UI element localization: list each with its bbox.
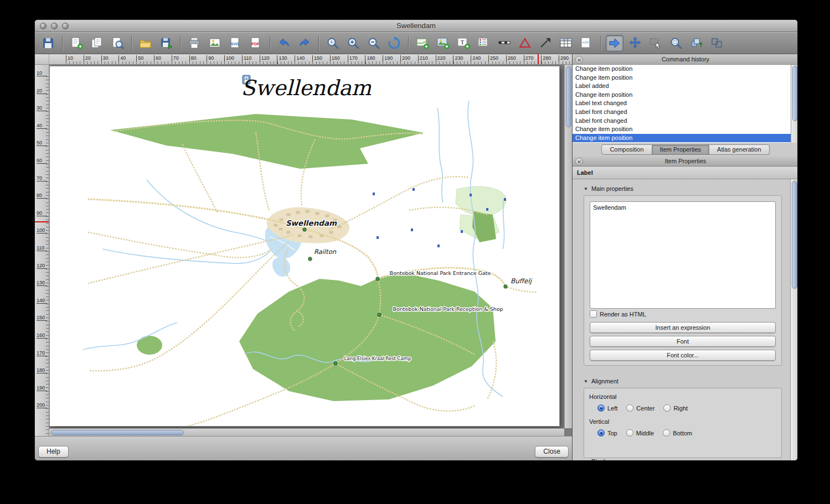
command-history-scrollbar[interactable] <box>791 65 798 143</box>
scrollbar-thumb[interactable] <box>51 430 184 435</box>
titlebar[interactable]: Swellendam <box>35 20 797 32</box>
close-dock-icon[interactable]: ✕ <box>575 56 583 64</box>
command-history-item[interactable]: Label font changed <box>573 108 791 117</box>
ruler-corner <box>35 54 49 65</box>
vertical-middle-radio[interactable]: Middle <box>626 429 654 437</box>
add-scalebar-button[interactable] <box>496 35 513 51</box>
radio-icon <box>663 404 671 412</box>
add-attribute-table-button[interactable] <box>557 35 575 51</box>
title-label-item[interactable]: Swellendam <box>241 75 372 100</box>
new-composition-button[interactable] <box>68 35 85 51</box>
zoom-out-button[interactable] <box>365 35 383 51</box>
label-text-area[interactable]: Swellendam <box>590 201 776 309</box>
section-alignment[interactable]: ▼ Alignment <box>584 377 618 385</box>
insert-expression-button[interactable]: Insert an expression <box>590 322 776 333</box>
composer-window: Swellendam SVGPDFT</> 102030405060708090… <box>34 19 798 461</box>
ruler-v-label: 110 <box>37 245 47 251</box>
scrollbar-thumb[interactable] <box>792 181 797 289</box>
ruler-h-label: 150 <box>312 55 322 65</box>
tab-composition[interactable]: Composition <box>601 144 652 155</box>
redo-button[interactable] <box>296 35 313 51</box>
add-label-button[interactable]: T <box>455 35 472 51</box>
command-history-item[interactable]: Change item position <box>573 125 791 134</box>
ruler-h-label: 280 <box>541 55 551 65</box>
ruler-h-label: 220 <box>436 55 446 65</box>
zoom-full-button[interactable] <box>324 35 342 51</box>
composition-manager-button[interactable] <box>109 35 126 51</box>
canvas-horizontal-scrollbar[interactable] <box>49 428 564 436</box>
raise-selected-items-button[interactable] <box>688 35 705 51</box>
print-button[interactable] <box>185 35 203 51</box>
checkbox-icon[interactable] <box>590 310 597 318</box>
command-history-item[interactable]: Change item position <box>573 134 791 143</box>
command-history-header: ✕ Command history <box>573 54 798 65</box>
command-history-item[interactable]: Change item position <box>573 91 791 100</box>
command-history-item[interactable]: Label text changed <box>573 99 791 108</box>
select-move-item-button[interactable] <box>606 35 623 51</box>
undo-button[interactable] <box>275 35 293 51</box>
panel-scrollbar[interactable] <box>790 179 798 461</box>
refresh-view-button[interactable] <box>385 35 403 51</box>
horizontal-left-radio[interactable]: Left <box>597 404 617 412</box>
svg-text:</>: </> <box>582 40 589 45</box>
add-arrow-button[interactable] <box>537 35 554 51</box>
command-history-item[interactable]: Label font changed <box>573 117 791 126</box>
ruler-v-label: 50 <box>37 140 47 146</box>
horizontal-center-radio[interactable]: Center <box>626 404 654 412</box>
select-items-button[interactable] <box>647 35 664 51</box>
save-project-button[interactable] <box>39 35 57 51</box>
save-as-template-button[interactable] <box>157 35 175 51</box>
canvas-vertical-scrollbar[interactable] <box>564 65 572 428</box>
font-color-button[interactable]: Font color... <box>590 350 776 361</box>
command-history-item[interactable]: Label added <box>573 82 791 91</box>
ruler-h-label: 190 <box>383 55 393 65</box>
add-html-frame-button[interactable]: </> <box>578 35 595 51</box>
alignment-group: Horizontal LeftCenterRight Vertical TopM… <box>584 388 782 458</box>
tab-item-properties[interactable]: Item Properties <box>652 144 710 155</box>
add-legend-button[interactable] <box>475 35 493 51</box>
close-window-icon[interactable] <box>40 23 47 29</box>
vertical-top-radio[interactable]: Top <box>597 429 617 437</box>
export-as-image-button[interactable] <box>206 35 224 51</box>
add-basic-shape-button[interactable] <box>516 35 534 51</box>
radio-icon <box>626 404 633 412</box>
load-from-template-button[interactable] <box>137 35 154 51</box>
composer-canvas[interactable]: Swellendam Railton Bontebok National Par… <box>49 65 572 436</box>
command-history-item[interactable]: Change item position <box>573 74 791 82</box>
item-properties-header: ✕ Item Properties <box>573 156 798 167</box>
minimize-window-icon[interactable] <box>51 23 58 29</box>
section-display[interactable]: ▼ Display <box>584 458 611 461</box>
zoom-window-icon[interactable] <box>62 23 69 29</box>
command-history-list[interactable]: Change item positionChange item position… <box>573 65 791 143</box>
scrollbar-thumb[interactable] <box>792 66 798 121</box>
duplicate-composition-button[interactable] <box>88 35 106 51</box>
export-as-svg-button[interactable]: SVG <box>226 35 244 51</box>
zoom-in-button[interactable] <box>344 35 362 51</box>
map-item[interactable]: Swellendam Railton Bontebok National Par… <box>50 66 559 426</box>
scrollbar-thumb[interactable] <box>566 66 571 127</box>
ruler-v-label: 120 <box>37 263 47 269</box>
render-as-html-row[interactable]: Render as HTML <box>590 310 646 318</box>
close-dock-icon[interactable]: ✕ <box>575 158 583 165</box>
main-properties-group: Swellendam Render as HTML Insert an expr… <box>584 195 782 366</box>
help-button[interactable]: Help <box>38 446 69 458</box>
tab-atlas-generation[interactable]: Atlas generation <box>709 144 770 155</box>
command-history-item[interactable]: Change item position <box>573 65 791 74</box>
move-item-content-button[interactable] <box>626 35 644 51</box>
composition-page[interactable]: Swellendam Railton Bontebok National Par… <box>49 66 560 427</box>
close-button[interactable]: Close <box>535 446 569 458</box>
font-button[interactable]: Font <box>590 336 776 347</box>
horizontal-right-radio[interactable]: Right <box>663 404 688 412</box>
ruler-v-label: 30 <box>37 105 47 111</box>
zoom-to-items-button[interactable] <box>667 35 685 51</box>
section-main-properties[interactable]: ▼ Main properties <box>584 185 633 193</box>
add-new-map-button[interactable] <box>414 35 431 51</box>
add-image-button[interactable] <box>434 35 452 51</box>
dialog-button-bar: Help Close <box>35 436 572 461</box>
svg-text:PDF: PDF <box>251 42 260 46</box>
collapse-triangle-icon: ▼ <box>584 379 588 384</box>
export-as-pdf-button[interactable]: PDF <box>247 35 265 51</box>
ruler-h-label: 210 <box>418 55 428 65</box>
group-items-button[interactable] <box>708 35 726 51</box>
vertical-bottom-radio[interactable]: Bottom <box>663 429 692 437</box>
